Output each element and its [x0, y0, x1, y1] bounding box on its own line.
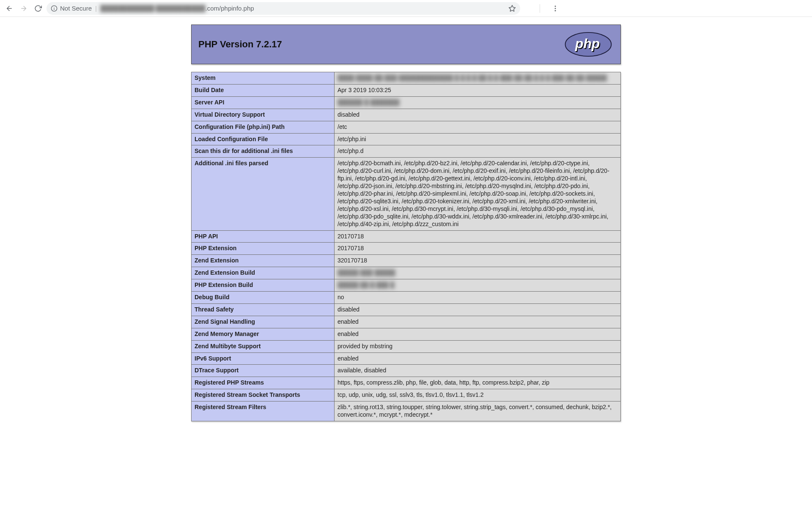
table-row: Registered Stream Filterszlib.*, string.…: [192, 401, 621, 421]
row-key: Registered PHP Streams: [192, 377, 335, 389]
url-suffix: .com/phpinfo.php: [206, 5, 254, 12]
row-key: Build Date: [192, 84, 335, 96]
more-vertical-icon: [551, 5, 559, 12]
table-row: Zend Extension320170718: [192, 255, 621, 267]
back-button[interactable]: [3, 3, 15, 14]
table-row: Registered Stream Socket Transportstcp, …: [192, 389, 621, 401]
row-value: █████ ███ █████: [335, 267, 621, 279]
row-key: Zend Extension Build: [192, 267, 335, 279]
row-value: /etc: [335, 121, 621, 133]
reload-icon: [34, 5, 42, 12]
table-row: Registered PHP Streamshttps, ftps, compr…: [192, 377, 621, 389]
table-row: Loaded Configuration File/etc/php.ini: [192, 133, 621, 145]
table-row: Zend Extension Build█████ ███ █████: [192, 267, 621, 279]
row-value: /etc/php.d/20-bcmath.ini, /etc/php.d/20-…: [335, 158, 621, 230]
row-key: DTrace Support: [192, 365, 335, 377]
table-row: PHP Extension Build█████ ██ █ ███ █: [192, 279, 621, 292]
row-value: ████ ████ ██ ███ █████████████ █ █ █ █ █…: [335, 72, 621, 85]
arrow-left-icon: [5, 5, 13, 12]
row-key: Debug Build: [192, 292, 335, 304]
row-value: enabled: [335, 352, 621, 365]
row-key: Configuration File (php.ini) Path: [192, 121, 335, 133]
table-row: PHP API20170718: [192, 230, 621, 243]
table-row: Debug Buildno: [192, 292, 621, 304]
row-value: tcp, udp, unix, udg, ssl, sslv3, tls, tl…: [335, 389, 621, 401]
star-icon: [508, 5, 516, 12]
row-key: System: [192, 72, 335, 85]
row-value: 20170718: [335, 230, 621, 243]
table-row: Thread Safetydisabled: [192, 303, 621, 316]
row-key: Thread Safety: [192, 303, 335, 316]
row-key: Additional .ini files parsed: [192, 158, 335, 230]
svg-point-7: [555, 8, 556, 9]
row-value: 20170718: [335, 243, 621, 255]
row-key: IPv6 Support: [192, 352, 335, 365]
table-row: Zend Memory Managerenabled: [192, 328, 621, 340]
row-key: PHP Extension: [192, 243, 335, 255]
row-value: provided by mbstring: [335, 340, 621, 352]
row-value: ██████ █ ███████: [335, 96, 621, 109]
row-value: /etc/php.d: [335, 145, 621, 158]
row-value: available, disabled: [335, 365, 621, 377]
page-title: PHP Version 7.2.17: [198, 39, 282, 50]
row-value: Apr 3 2019 10:03:25: [335, 84, 621, 96]
security-label: Not Secure: [60, 5, 92, 12]
row-key: Zend Signal Handling: [192, 316, 335, 328]
row-value: disabled: [335, 303, 621, 316]
url-redacted: ████████████ ███████████: [100, 5, 206, 12]
menu-button[interactable]: [549, 3, 561, 14]
bookmark-button[interactable]: [508, 5, 516, 12]
svg-point-6: [555, 5, 556, 7]
row-value: █████ ██ █ ███ █: [335, 279, 621, 292]
row-key: Virtual Directory Support: [192, 109, 335, 121]
table-row: Server API██████ █ ███████: [192, 96, 621, 109]
info-icon: [51, 5, 58, 12]
row-value: /etc/php.ini: [335, 133, 621, 145]
row-key: PHP Extension Build: [192, 279, 335, 292]
row-value: no: [335, 292, 621, 304]
row-key: Registered Stream Socket Transports: [192, 389, 335, 401]
page-content: PHP Version 7.2.17 php php System████ ██…: [0, 17, 812, 438]
table-row: Configuration File (php.ini) Path/etc: [192, 121, 621, 133]
row-key: Zend Extension: [192, 255, 335, 267]
url-text: ████████████ ███████████.com/phpinfo.php: [100, 5, 254, 12]
table-row: IPv6 Supportenabled: [192, 352, 621, 365]
table-row: DTrace Supportavailable, disabled: [192, 365, 621, 377]
row-value: disabled: [335, 109, 621, 121]
row-value: 320170718: [335, 255, 621, 267]
row-key: PHP API: [192, 230, 335, 243]
row-key: Scan this dir for additional .ini files: [192, 145, 335, 158]
security-indicator[interactable]: Not Secure: [51, 5, 92, 12]
row-key: Server API: [192, 96, 335, 109]
row-value: https, ftps, compress.zlib, php, file, g…: [335, 377, 621, 389]
table-row: Zend Signal Handlingenabled: [192, 316, 621, 328]
phpinfo-header: PHP Version 7.2.17 php php: [191, 25, 621, 64]
table-row: Virtual Directory Supportdisabled: [192, 109, 621, 121]
row-value: enabled: [335, 316, 621, 328]
row-value: enabled: [335, 328, 621, 340]
row-key: Zend Multibyte Support: [192, 340, 335, 352]
forward-button[interactable]: [18, 3, 30, 14]
phpinfo-table: System████ ████ ██ ███ █████████████ █ █…: [191, 72, 621, 421]
table-row: System████ ████ ██ ███ █████████████ █ █…: [192, 72, 621, 85]
row-value: zlib.*, string.rot13, string.toupper, st…: [335, 401, 621, 421]
table-row: Build DateApr 3 2019 10:03:25: [192, 84, 621, 96]
toolbar-divider: [540, 4, 540, 13]
browser-toolbar: Not Secure | ████████████ ███████████.co…: [0, 0, 812, 17]
table-row: PHP Extension20170718: [192, 243, 621, 255]
php-logo-icon: php php: [563, 32, 614, 57]
arrow-right-icon: [20, 5, 27, 12]
svg-marker-5: [509, 5, 516, 11]
table-row: Additional .ini files parsed/etc/php.d/2…: [192, 158, 621, 230]
row-key: Loaded Configuration File: [192, 133, 335, 145]
row-key: Registered Stream Filters: [192, 401, 335, 421]
svg-text:php: php: [575, 36, 600, 51]
separator: |: [95, 5, 97, 12]
address-bar[interactable]: Not Secure | ████████████ ███████████.co…: [47, 2, 520, 15]
svg-point-8: [555, 10, 556, 11]
table-row: Scan this dir for additional .ini files/…: [192, 145, 621, 158]
table-row: Zend Multibyte Supportprovided by mbstri…: [192, 340, 621, 352]
reload-button[interactable]: [32, 3, 44, 14]
row-key: Zend Memory Manager: [192, 328, 335, 340]
